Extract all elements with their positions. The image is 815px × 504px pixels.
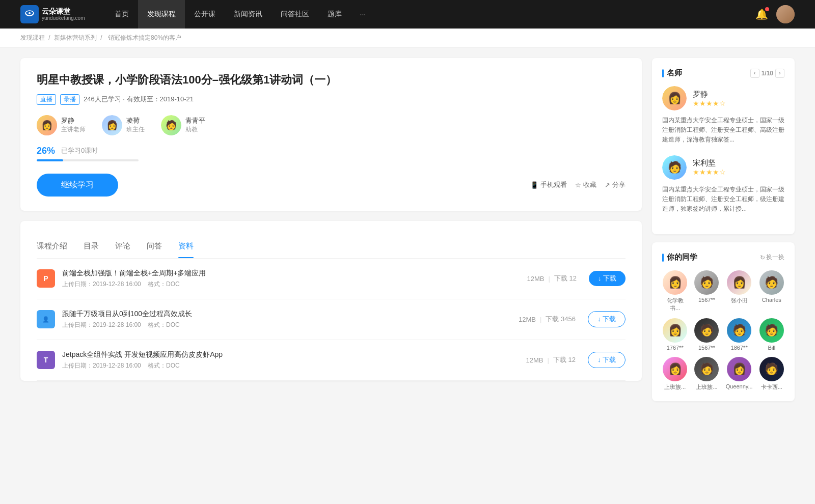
file-icon-2: 👤 [37, 310, 55, 328]
classmate-10-avatar[interactable]: 🧑 [694, 357, 719, 381]
star-icon: ☆ [575, 181, 581, 189]
nav-item-discover[interactable]: 发现课程 [138, 0, 185, 29]
classmate-10: 🧑 上班族... [694, 357, 719, 391]
classmate-7: 🧑 1867** [726, 318, 753, 351]
share-link[interactable]: ↗ 分享 [605, 180, 626, 189]
progress-label: 26% 已学习0课时 [37, 146, 626, 156]
continue-study-button[interactable]: 继续学习 [37, 174, 118, 197]
classmate-8-name: Bill [768, 345, 775, 351]
tab-intro[interactable]: 课程介绍 [37, 235, 67, 258]
tabs-card: 课程介绍 目录 评论 问答 资料 P 前端全栈加强版！前端全栈+全周期+多端应用… [20, 221, 642, 381]
nav-item-bank[interactable]: 题库 [318, 0, 351, 29]
classmate-7-avatar[interactable]: 🧑 [727, 318, 751, 343]
classmate-4-name: Charles [762, 297, 781, 303]
teacher-page: 1/10 [762, 70, 773, 77]
teacher-1-role: 主讲老师 [61, 125, 86, 134]
classmate-5-avatar[interactable]: 👩 [663, 318, 687, 343]
classmates-title: 你的同学 [662, 253, 697, 262]
breadcrumb-series[interactable]: 新媒体营销系列 [54, 34, 97, 41]
classmate-4: 🧑 Charles [759, 270, 784, 312]
classmate-6-avatar[interactable]: 🧑 [694, 318, 719, 343]
file-name-3: Jetpack全组件实战 开发短视频应用高仿皮皮虾App [62, 350, 526, 359]
classmate-12-name: 卡卡西... [761, 383, 782, 391]
classmates-title-text: 你的同学 [667, 253, 697, 262]
teacher-3-name: 青青平 [185, 116, 205, 125]
classmate-10-name: 上班族... [696, 383, 717, 391]
logo[interactable]: 云朵课堂 yunduoketang.com [20, 5, 85, 23]
file-stats-2: 12MB | 下载 3456 [519, 315, 576, 324]
notification-bell[interactable]: 🔔 [755, 8, 768, 20]
progress-pct: 26% [37, 146, 55, 156]
sidebar-teacher-1-header: 👩 罗静 ★★★★☆ [662, 86, 784, 110]
download-button-3[interactable]: ↓ 下载 [588, 352, 626, 368]
tab-catalog[interactable]: 目录 [84, 235, 99, 258]
progress-section: 26% 已学习0课时 [37, 146, 626, 161]
refresh-classmates-button[interactable]: ↻ 换一换 [760, 253, 784, 262]
file-size-3: 12MB [526, 356, 543, 364]
sidebar-teacher-1-meta: 罗静 ★★★★☆ [693, 90, 726, 107]
nav-item-news[interactable]: 新闻资讯 [225, 0, 271, 29]
classmate-12: 🧑 卡卡西... [759, 357, 784, 391]
classmate-5-name: 1767** [667, 345, 684, 351]
file-meta-3: 上传日期：2019-12-28 16:00 格式：DOC [62, 361, 526, 370]
tab-materials[interactable]: 资料 [178, 235, 194, 258]
nav-item-public[interactable]: 公开课 [185, 0, 225, 29]
sidebar-teacher-1-name: 罗静 [693, 90, 726, 99]
logo-icon [20, 5, 39, 23]
classmate-3-avatar[interactable]: 👩 [727, 270, 751, 295]
breadcrumb: 发现课程 / 新媒体营销系列 / 销冠修炼术搞定80%的客户 [0, 29, 815, 48]
teacher-prev-button[interactable]: ‹ [750, 69, 759, 78]
sidebar-teacher-2: 🧑 宋利坚 ★★★★☆ 国内某重点大学安全工程专业硕士，国家一级注册消防工程师、… [662, 155, 784, 214]
action-row: 继续学习 📱 手机观看 ☆ 收藏 ↗ 分享 [37, 174, 626, 197]
classmate-1-avatar[interactable]: 👩 [663, 270, 687, 295]
classmate-4-avatar[interactable]: 🧑 [759, 270, 784, 295]
teacher-3-role: 助教 [185, 125, 205, 134]
breadcrumb-discover[interactable]: 发现课程 [20, 34, 45, 41]
classmates-grid: 👩 化学教书... 🧑 1567** 👩 张小田 [662, 270, 784, 391]
teacher-1-name: 罗静 [61, 116, 86, 125]
nav-item-qa[interactable]: 问答社区 [271, 0, 318, 29]
course-title: 明星中教授课，小学阶段语法100分–强化级第1讲动词（一） [37, 72, 626, 88]
nav-items: 首页 发现课程 公开课 新闻资讯 问答社区 题库 ··· [105, 0, 755, 29]
course-meta: 246人已学习 · 有效期至：2019-10-21 [84, 95, 194, 104]
tab-qa[interactable]: 问答 [147, 235, 162, 258]
learner-count: 246人已学习 [84, 95, 121, 103]
download-button-1[interactable]: ↓ 下载 [589, 271, 626, 286]
title-bar-accent [662, 69, 664, 77]
logo-text: 云朵课堂 yunduoketang.com [42, 7, 85, 22]
classmate-8-avatar[interactable]: 🧑 [759, 318, 784, 343]
file-size-1: 12MB [527, 275, 544, 283]
progress-desc: 已学习0课时 [61, 146, 98, 155]
teacher-2-name: 凌荷 [126, 116, 145, 125]
teachers-title-text: 名师 [667, 68, 682, 78]
favorite-link[interactable]: ☆ 收藏 [575, 180, 596, 189]
classmate-11-avatar[interactable]: 👩 [727, 357, 751, 381]
notification-dot [765, 7, 769, 11]
user-avatar[interactable] [776, 5, 795, 23]
file-icon-3: T [37, 351, 55, 369]
download-button-2[interactable]: ↓ 下载 [588, 311, 626, 327]
file-stats-3: 12MB | 下载 12 [526, 355, 575, 365]
teacher-2-avatar: 👩 [102, 115, 122, 135]
teacher-1: 👩 罗静 主讲老师 [37, 115, 86, 135]
tag-live: 直播 [37, 94, 56, 105]
action-links: 📱 手机观看 ☆ 收藏 ↗ 分享 [530, 180, 626, 189]
nav-item-home[interactable]: 首页 [105, 0, 138, 29]
sidebar-teacher-2-stars: ★★★★☆ [693, 168, 726, 176]
nav-right: 🔔 [755, 5, 795, 23]
nav-item-more[interactable]: ··· [351, 0, 375, 29]
teacher-next-button[interactable]: › [775, 69, 784, 78]
tab-reviews[interactable]: 评论 [115, 235, 130, 258]
classmate-2-avatar[interactable]: 🧑 [694, 270, 719, 295]
file-stats-1: 12MB | 下载 12 [527, 274, 576, 283]
main-content: 明星中教授课，小学阶段语法100分–强化级第1讲动词（一） 直播 录播 246人… [0, 48, 815, 419]
classmate-9-avatar[interactable]: 👩 [663, 357, 687, 381]
file-downloads-1: 下载 12 [554, 274, 577, 283]
content-left: 明星中教授课，小学阶段语法100分–强化级第1讲动词（一） 直播 录播 246人… [20, 58, 642, 409]
course-info-card: 明星中教授课，小学阶段语法100分–强化级第1讲动词（一） 直播 录播 246人… [20, 58, 642, 211]
share-icon: ↗ [605, 181, 610, 189]
mobile-view-link[interactable]: 📱 手机观看 [530, 180, 567, 189]
classmate-6: 🧑 1567** [694, 318, 719, 351]
share-label: 分享 [612, 180, 626, 189]
classmate-12-avatar[interactable]: 🧑 [759, 357, 784, 381]
